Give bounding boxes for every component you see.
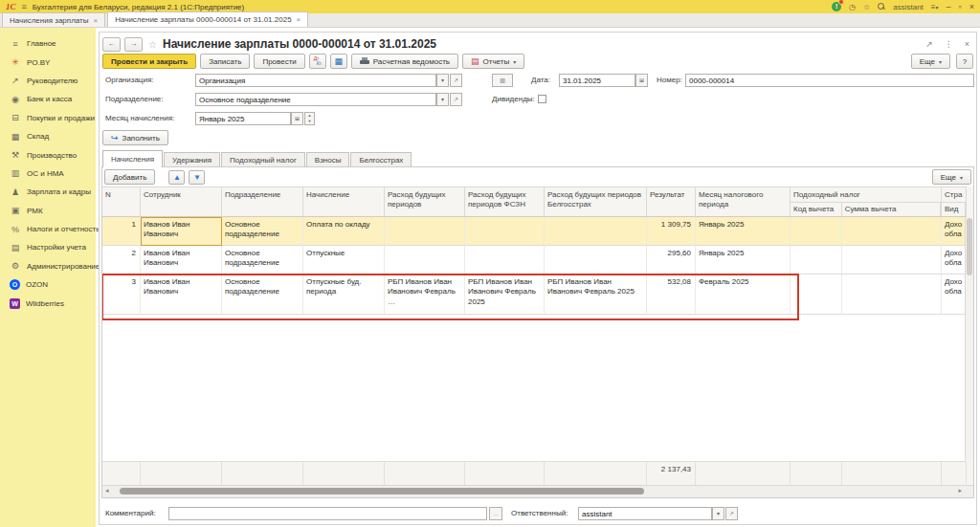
table-row-3[interactable]: 3Иванов Иван ИвановичОсновное подразделе… [102,274,973,315]
month-calendar-icon[interactable]: ⊞ [291,112,303,125]
comment-expand-icon[interactable]: … [489,507,502,520]
tab-1[interactable]: Удержания [164,152,220,167]
window-tab-1[interactable]: Начисление зарплаты 0000-000014 от 31.01… [107,11,308,27]
document-structure-button[interactable]: ▦ [330,54,347,69]
notifications-icon[interactable]: ! [832,2,841,11]
cell-rbp_bgs[interactable] [545,246,647,274]
scroll-right-icon[interactable]: ▸ [958,487,962,494]
horizontal-scroll-thumb[interactable] [120,488,644,494]
dept-dropdown-icon[interactable]: ▾ [436,93,449,106]
cell-month[interactable]: Январь 2025 [696,217,791,246]
cell-department[interactable]: Основное подразделение [222,274,303,315]
sidebar-item-ozon[interactable]: OOZON [0,275,96,294]
sidebar-item-person[interactable]: ♟Зарплата и кадры [0,183,96,201]
toolbar-more-button[interactable]: Еще▾ [911,54,950,69]
cell-result[interactable]: 1 309,75 [647,217,696,246]
sidebar-item-asterisk[interactable]: ✳PO.BY [0,53,96,71]
sidebar-item-wb[interactable]: WWildberries [0,294,96,312]
move-down-icon[interactable]: ▼ [189,170,205,185]
service-menu-icon[interactable]: ≡▾ [931,3,939,11]
dtkt-postings-button[interactable]: ДтКт [309,54,326,69]
history-icon[interactable]: ◷ [849,3,856,11]
tab-3[interactable]: Взносы [306,152,350,167]
cell-income_clipped[interactable]: Дохо обла [942,246,967,274]
window-tab-0[interactable]: Начисления зарплаты× [2,12,105,27]
favorites-star-icon[interactable]: ☆ [863,3,870,11]
cell-result[interactable]: 295,60 [647,246,696,274]
org-input[interactable] [195,74,436,87]
sidebar-item-menu[interactable]: ≡Главное [0,34,96,53]
sidebar-item-truck[interactable]: ▥ОС и НМА [0,165,96,183]
help-button[interactable]: ? [956,54,973,69]
more-dots-icon[interactable]: ⋮ [945,39,953,49]
responsible-open-icon[interactable]: ↗ [725,507,738,520]
favorite-star-icon[interactable]: ☆ [148,39,157,50]
number-input[interactable] [685,74,974,87]
cell-deduction_code[interactable] [791,246,842,274]
cell-income_clipped[interactable]: Дохо обла [942,274,967,315]
cell-rbp_bgs[interactable] [545,217,647,246]
close-window-icon[interactable]: × [969,2,974,11]
add-row-button[interactable]: Добавить [104,169,155,185]
tab-close-icon[interactable]: × [94,16,99,25]
cell-accrual[interactable]: Отпускные [303,246,385,274]
vertical-scrollbar[interactable] [965,217,973,462]
cell-result[interactable]: 532,08 [647,274,696,315]
sidebar-item-cart[interactable]: ⊟Покупки и продажи [0,109,96,127]
sidebar-item-coin[interactable]: ◉Банк и касса [0,90,96,108]
cell-n[interactable]: 1 [102,217,141,246]
tab-0[interactable]: Начисления [102,150,163,167]
table-row-1[interactable]: 1Иванов Иван ИвановичОсновное подразделе… [102,217,973,246]
sidebar-item-register[interactable]: ▣РМК [0,202,96,220]
cell-employee[interactable]: Иванов Иван Иванович [141,274,222,315]
sidebar-item-chart[interactable]: ↗Руководителю [0,72,96,90]
cell-deduction_code[interactable] [791,217,842,246]
cell-deduction_sum[interactable] [842,246,942,274]
search-icon[interactable] [878,3,885,11]
sidebar-item-factory[interactable]: ⚒Производство [0,145,96,164]
cell-department[interactable]: Основное подразделение [222,246,303,274]
sidebar-item-gear[interactable]: ⚙Администрирование [0,257,96,275]
horizontal-scrollbar[interactable]: ◂ ▸ [102,485,973,497]
post-and-close-button[interactable]: Провести и закрыть [102,54,196,69]
column-group-header[interactable]: Подоходный налог [791,187,941,203]
cell-rbp_fszn[interactable] [465,246,545,274]
fill-button[interactable]: ↪Заполнить [102,130,168,145]
vertical-scroll-thumb[interactable] [967,218,972,275]
tab-2[interactable]: Подоходный налог [221,152,305,167]
cell-month[interactable]: Январь 2025 [696,246,791,274]
grid-more-button[interactable]: Еще▾ [932,169,971,185]
column-header[interactable]: N [102,187,141,217]
column-header[interactable]: Сотрудник [141,187,222,217]
scroll-left-icon[interactable]: ◂ [105,487,109,494]
cell-income_clipped[interactable]: Дохо обла [942,217,967,246]
pay-sheet-button[interactable]: Расчетная ведомость [351,54,458,69]
column-header[interactable]: Результат [647,187,696,217]
move-up-icon[interactable]: ▲ [168,170,185,185]
sidebar-item-grid[interactable]: ▦Склад [0,127,96,145]
image-button-icon[interactable]: ▥ [492,74,513,87]
column-header[interactable]: Начисление [303,187,385,217]
cell-n[interactable]: 2 [102,246,141,274]
cell-rbp[interactable]: РБП Иванов Иван Иванович Февраль … [385,274,465,315]
cell-n[interactable]: 3 [102,274,141,315]
month-input[interactable] [195,112,291,125]
column-header[interactable]: Расход будущих периодов [385,187,465,217]
column-subheader[interactable]: Сумма вычета [842,203,941,216]
table-row-2[interactable]: 2Иванов Иван ИвановичОсновное подразделе… [102,246,973,274]
cell-rbp[interactable] [385,246,465,274]
minimize-icon[interactable]: – [947,2,951,11]
org-open-icon[interactable]: ↗ [450,74,462,87]
current-user[interactable]: assistant [893,3,924,11]
dept-input[interactable] [195,93,436,106]
post-button[interactable]: Провести [254,54,304,69]
cell-accrual[interactable]: Отпускные буд. периода [303,274,385,315]
column-header[interactable]: Расход будущих периодов ФСЗН [465,187,545,217]
save-button[interactable]: Записать [200,54,250,69]
cell-month[interactable]: Февраль 2025 [696,274,791,315]
get-link-icon[interactable]: ↗ [925,39,933,49]
restore-icon[interactable]: ▫ [959,2,962,11]
sidebar-item-book[interactable]: ▤Настройки учета [0,238,96,256]
tab-close-icon[interactable]: × [297,15,301,24]
cell-accrual[interactable]: Оплата по окладу [303,217,385,246]
